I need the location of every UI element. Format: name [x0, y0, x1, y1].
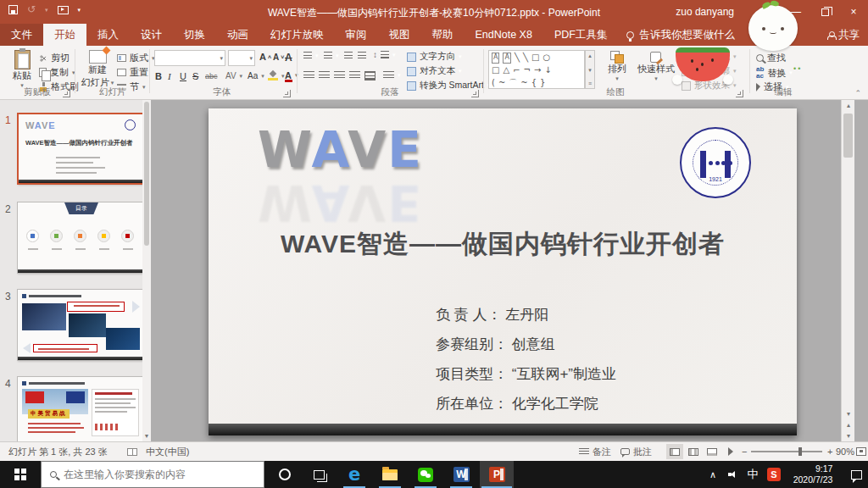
- align-right-button[interactable]: [334, 71, 345, 79]
- normal-view-button[interactable]: [666, 444, 683, 459]
- scroll-up-icon[interactable]: ▴: [842, 100, 855, 112]
- shape-arrow-line-icon[interactable]: ╲: [523, 51, 528, 64]
- previous-slide-icon[interactable]: ▴: [842, 419, 855, 430]
- slide-thumbnail-3[interactable]: [17, 289, 144, 361]
- taskbar-edge-button[interactable]: e: [337, 461, 371, 488]
- justify-button[interactable]: [349, 71, 360, 79]
- clear-format-button[interactable]: A: [285, 52, 292, 64]
- font-dialog-launcher[interactable]: [283, 90, 291, 97]
- paste-button[interactable]: 粘贴 ▾: [7, 50, 37, 89]
- bullets-button[interactable]: ▾: [303, 52, 319, 59]
- align-center-button[interactable]: [319, 71, 330, 79]
- start-button[interactable]: [0, 461, 41, 488]
- shape-textbox2-icon[interactable]: A: [503, 53, 510, 64]
- text-direction-button[interactable]: 文字方向▾: [407, 51, 462, 63]
- arrange-button[interactable]: 排列 ▾: [602, 51, 632, 82]
- taskbar-word-button[interactable]: W: [444, 461, 478, 488]
- undo-caret-icon[interactable]: ▾: [45, 7, 48, 14]
- panel-scroll-down-icon[interactable]: ▼: [142, 431, 151, 441]
- align-left-button[interactable]: [303, 71, 314, 79]
- paragraph-dialog-launcher[interactable]: [471, 90, 479, 97]
- strikethrough-button[interactable]: S: [192, 71, 198, 81]
- start-slideshow-icon[interactable]: [58, 6, 69, 14]
- scroll-down-icon[interactable]: ▾: [842, 408, 855, 419]
- tab-slideshow[interactable]: 幻灯片放映: [259, 24, 335, 46]
- shape-down-arrow-icon[interactable]: ↓: [544, 64, 551, 76]
- title-bar[interactable]: ↺ ▾ ▾ WAVE智造——做国内钨针行业开创者-校赛10分钟0712.pptx…: [0, 0, 868, 24]
- slide-detail-lines[interactable]: 负 责 人： 左丹阳 参赛组别： 创意组 项目类型： “互联网+”制造业 所在单…: [436, 300, 616, 419]
- tab-help[interactable]: 帮助: [421, 24, 465, 46]
- align-text-button[interactable]: 对齐文本▾: [407, 65, 462, 77]
- shape-oval-icon[interactable]: ○: [542, 51, 550, 64]
- close-button[interactable]: ×: [839, 0, 868, 24]
- italic-button[interactable]: I: [168, 71, 171, 81]
- drawing-dialog-launcher[interactable]: [736, 90, 743, 97]
- slideshow-view-button[interactable]: [722, 444, 739, 459]
- clock[interactable]: 9:172020/7/23: [787, 461, 839, 488]
- shape-elbow-icon[interactable]: ⌐: [513, 64, 520, 76]
- canvas-scrollbar[interactable]: ▴ ▾ ▴ ▾: [841, 100, 854, 441]
- ime-indicator[interactable]: 中: [743, 461, 763, 488]
- shape-rect2-icon[interactable]: □: [492, 64, 499, 76]
- zoom-level[interactable]: 90%: [836, 442, 854, 461]
- new-slide-button[interactable]: 新建 幻灯片▾: [80, 50, 115, 89]
- shape-rect-icon[interactable]: □: [531, 51, 539, 64]
- columns-button[interactable]: ▾: [383, 71, 401, 79]
- slide-canvas[interactable]: WAVE WAVE 1921 WAVE智造——做国内钨针行业开创者 负 责 人：…: [151, 100, 854, 441]
- restore-button[interactable]: [810, 0, 839, 24]
- current-slide[interactable]: WAVE WAVE 1921 WAVE智造——做国内钨针行业开创者 负 责 人：…: [209, 108, 797, 435]
- taskbar-wechat-button[interactable]: [409, 461, 442, 488]
- reset-button[interactable]: 重置: [117, 66, 148, 79]
- tab-home[interactable]: 开始: [43, 24, 86, 46]
- tab-animations[interactable]: 动画: [216, 24, 259, 46]
- highlight-color-button[interactable]: ▾: [268, 71, 285, 80]
- slide-thumbnail-2[interactable]: 目录: [17, 202, 144, 274]
- tab-pdf-tools[interactable]: PDF工具集: [543, 24, 619, 46]
- collapse-ribbon-icon[interactable]: ⌃: [854, 89, 861, 97]
- font-name-combo[interactable]: ▾: [154, 50, 225, 66]
- replace-button[interactable]: abac替换▾: [756, 66, 793, 80]
- clipboard-dialog-launcher[interactable]: [63, 90, 70, 97]
- zoom-slider-thumb[interactable]: [798, 447, 802, 456]
- taskbar-search[interactable]: [41, 461, 264, 488]
- tab-insert[interactable]: 插入: [86, 24, 130, 46]
- share-button[interactable]: 共享: [827, 24, 860, 46]
- shapes-gallery[interactable]: AA╲╲□○ □△⌐¬→↓ (~⌒~{}: [488, 50, 585, 89]
- copy-button[interactable]: 复制 ▾: [39, 66, 75, 79]
- customize-qat-icon[interactable]: ▾: [78, 7, 81, 14]
- notes-toggle[interactable]: 备注: [579, 442, 611, 461]
- tab-review[interactable]: 审阅: [335, 24, 378, 46]
- shape-connector-icon[interactable]: ¬: [524, 64, 531, 76]
- canvas-scrollbar-thumb[interactable]: [843, 114, 853, 158]
- volume-button[interactable]: [722, 461, 743, 488]
- shape-right-arrow-icon[interactable]: →: [534, 64, 541, 76]
- change-case-button[interactable]: Aa▾: [248, 71, 264, 80]
- font-size-combo[interactable]: ▾: [228, 50, 255, 66]
- tab-view[interactable]: 视图: [378, 24, 421, 46]
- char-spacing-button[interactable]: AV▾: [225, 71, 242, 80]
- spellcheck-button[interactable]: [127, 442, 137, 461]
- sogou-tray-button[interactable]: S: [763, 461, 785, 488]
- shape-textbox-icon[interactable]: A: [492, 53, 499, 64]
- taskbar-powerpoint-button[interactable]: P: [480, 461, 514, 488]
- language-button[interactable]: 中文(中国): [146, 442, 189, 461]
- slide-thumbnail-panel[interactable]: 1 WAVE WAVE智造——做国内钨针行业开创者 2 目录: [0, 100, 151, 441]
- action-center-button[interactable]: [844, 461, 868, 488]
- taskbar-explorer-button[interactable]: [373, 461, 407, 488]
- tray-expand-button[interactable]: ∧: [704, 461, 722, 488]
- save-icon[interactable]: [8, 5, 18, 14]
- task-view-button[interactable]: [302, 461, 336, 488]
- fit-slide-button[interactable]: [856, 442, 866, 461]
- reading-view-button[interactable]: [704, 444, 721, 459]
- tab-transitions[interactable]: 切换: [173, 24, 216, 46]
- tab-endnote[interactable]: EndNote X8: [465, 24, 543, 46]
- shrink-font-button[interactable]: A˅: [273, 53, 284, 62]
- slide-sorter-view-button[interactable]: [685, 444, 702, 459]
- panel-scrollbar[interactable]: ▼: [142, 100, 151, 441]
- line-spacing-button[interactable]: ↕▾: [373, 50, 396, 59]
- bold-button[interactable]: B: [155, 71, 162, 81]
- numbering-button[interactable]: ▾: [324, 52, 339, 59]
- slide-title[interactable]: WAVE智造——做国内钨针行业开创者: [209, 227, 797, 262]
- comments-toggle[interactable]: 批注: [620, 442, 652, 461]
- search-input[interactable]: [64, 469, 242, 480]
